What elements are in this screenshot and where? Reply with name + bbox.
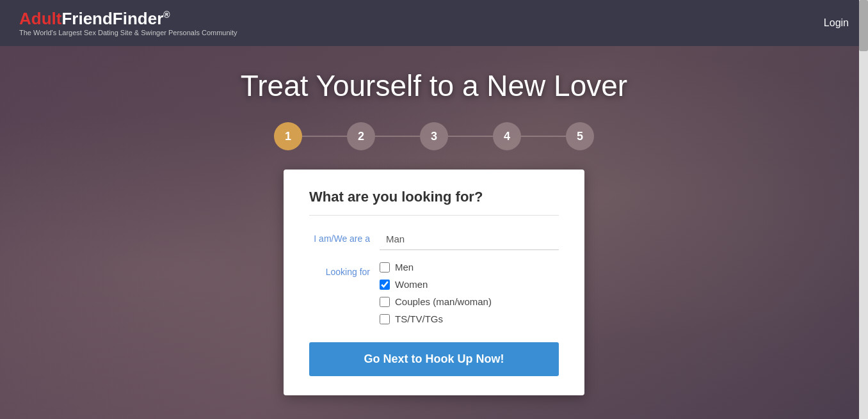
scrollbar-thumb[interactable]	[859, 0, 868, 51]
checkbox-ts-tv-tgs-label: TS/TV/TGs	[395, 313, 443, 324]
looking-for-label: Looking for	[309, 262, 380, 277]
iam-select[interactable]: Man Woman Couple	[380, 228, 559, 250]
hero-section: Treat Yourself to a New Lover 1 2 3 4 5 …	[0, 46, 868, 419]
checkbox-couples-label: Couples (man/woman)	[395, 296, 492, 307]
logo-adult-text: Adult	[19, 9, 61, 28]
checkbox-women-input[interactable]	[380, 280, 390, 290]
step-connector-1-2	[302, 136, 347, 137]
checkbox-men[interactable]: Men	[380, 262, 559, 273]
step-2[interactable]: 2	[347, 122, 375, 150]
logo-registered-mark: ®	[163, 10, 170, 20]
logo-friendfinder-text: FriendFinder	[61, 9, 163, 28]
checkbox-ts-tv-tgs[interactable]: TS/TV/TGs	[380, 313, 559, 324]
checkbox-women-label: Women	[395, 279, 428, 290]
hero-title: Treat Yourself to a New Lover	[241, 68, 627, 103]
logo: AdultFriendFinder®	[19, 10, 237, 28]
steps-indicator: 1 2 3 4 5	[274, 122, 594, 150]
step-connector-3-4	[448, 136, 493, 137]
hero-content: Treat Yourself to a New Lover 1 2 3 4 5 …	[0, 46, 868, 395]
header: AdultFriendFinder® The World's Largest S…	[0, 0, 868, 46]
step-3[interactable]: 3	[420, 122, 448, 150]
step-5[interactable]: 5	[566, 122, 594, 150]
looking-for-checkboxes: Men Women Couples (man/woman) TS/TV/TGs	[380, 262, 559, 324]
step-connector-2-3	[375, 136, 420, 137]
iam-row: I am/We are a Man Woman Couple	[309, 228, 559, 250]
looking-for-row: Looking for Men Women Couples (man/woman…	[309, 262, 559, 324]
iam-label: I am/We are a	[309, 228, 380, 244]
step-4[interactable]: 4	[493, 122, 521, 150]
form-title: What are you looking for?	[309, 189, 559, 216]
step-connector-4-5	[521, 136, 566, 137]
go-next-button[interactable]: Go Next to Hook Up Now!	[309, 342, 559, 376]
logo-tagline: The World's Largest Sex Dating Site & Sw…	[19, 29, 237, 36]
logo-area: AdultFriendFinder® The World's Largest S…	[19, 10, 237, 37]
login-button[interactable]: Login	[824, 17, 849, 29]
checkbox-ts-tv-tgs-input[interactable]	[380, 314, 390, 324]
checkbox-women[interactable]: Women	[380, 279, 559, 290]
iam-control: Man Woman Couple	[380, 228, 559, 250]
checkbox-men-input[interactable]	[380, 262, 390, 273]
checkbox-couples[interactable]: Couples (man/woman)	[380, 296, 559, 307]
scrollbar[interactable]	[859, 0, 868, 419]
checkbox-men-label: Men	[395, 262, 414, 273]
form-card: What are you looking for? I am/We are a …	[284, 170, 584, 395]
checkbox-couples-input[interactable]	[380, 297, 390, 307]
step-1[interactable]: 1	[274, 122, 302, 150]
